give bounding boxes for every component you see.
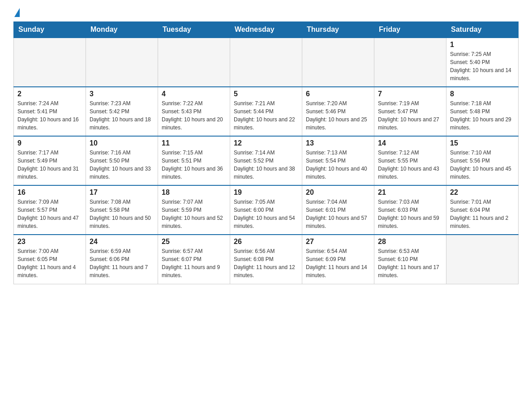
day-info: Sunrise: 7:05 AMSunset: 6:00 PMDaylight:… xyxy=(234,198,298,230)
calendar-day-cell: 22Sunrise: 7:01 AMSunset: 6:04 PMDayligh… xyxy=(446,185,519,235)
day-number: 11 xyxy=(162,139,226,147)
calendar-day-cell: 11Sunrise: 7:15 AMSunset: 5:51 PMDayligh… xyxy=(158,136,230,185)
calendar-day-cell: 23Sunrise: 7:00 AMSunset: 6:05 PMDayligh… xyxy=(14,235,86,284)
day-of-week-header: Tuesday xyxy=(158,22,230,38)
day-info: Sunrise: 7:07 AMSunset: 5:59 PMDaylight:… xyxy=(162,198,226,230)
calendar-day-cell: 15Sunrise: 7:10 AMSunset: 5:56 PMDayligh… xyxy=(446,136,519,185)
day-info: Sunrise: 7:19 AMSunset: 5:47 PMDaylight:… xyxy=(378,99,442,132)
calendar-day-cell: 9Sunrise: 7:17 AMSunset: 5:49 PMDaylight… xyxy=(14,136,86,185)
day-number: 4 xyxy=(162,90,226,98)
day-info: Sunrise: 7:23 AMSunset: 5:42 PMDaylight:… xyxy=(90,99,154,132)
day-number: 6 xyxy=(306,90,370,98)
day-of-week-header: Monday xyxy=(86,22,158,38)
day-number: 5 xyxy=(234,90,298,98)
day-number: 24 xyxy=(90,238,154,246)
day-number: 23 xyxy=(17,238,82,246)
day-number: 19 xyxy=(234,188,298,197)
day-number: 15 xyxy=(450,139,515,147)
calendar-day-cell: 6Sunrise: 7:20 AMSunset: 5:46 PMDaylight… xyxy=(302,87,374,136)
calendar-header-row: SundayMondayTuesdayWednesdayThursdayFrid… xyxy=(14,22,519,38)
day-number: 22 xyxy=(450,188,515,197)
calendar-day-cell: 19Sunrise: 7:05 AMSunset: 6:00 PMDayligh… xyxy=(230,185,302,235)
calendar-day-cell: 4Sunrise: 7:22 AMSunset: 5:43 PMDaylight… xyxy=(158,87,230,136)
day-info: Sunrise: 7:20 AMSunset: 5:46 PMDaylight:… xyxy=(306,99,370,132)
calendar-day-cell: 17Sunrise: 7:08 AMSunset: 5:58 PMDayligh… xyxy=(86,185,158,235)
day-of-week-header: Friday xyxy=(374,22,446,38)
calendar-day-cell xyxy=(374,38,446,87)
calendar-week-row: 23Sunrise: 7:00 AMSunset: 6:05 PMDayligh… xyxy=(14,235,519,284)
day-info: Sunrise: 7:14 AMSunset: 5:52 PMDaylight:… xyxy=(234,149,298,181)
day-number: 28 xyxy=(378,238,442,246)
logo-triangle-icon xyxy=(14,8,20,17)
day-number: 9 xyxy=(17,139,82,147)
day-number: 20 xyxy=(306,188,370,197)
day-info: Sunrise: 7:13 AMSunset: 5:54 PMDaylight:… xyxy=(306,149,370,181)
calendar-day-cell: 2Sunrise: 7:24 AMSunset: 5:41 PMDaylight… xyxy=(14,87,86,136)
day-info: Sunrise: 7:01 AMSunset: 6:04 PMDaylight:… xyxy=(450,198,515,230)
calendar-week-row: 16Sunrise: 7:09 AMSunset: 5:57 PMDayligh… xyxy=(14,185,519,235)
day-number: 27 xyxy=(306,238,370,246)
calendar-day-cell xyxy=(446,235,519,284)
day-number: 8 xyxy=(450,90,515,98)
day-number: 10 xyxy=(90,139,154,147)
calendar-day-cell xyxy=(230,38,302,87)
day-number: 18 xyxy=(162,188,226,197)
day-info: Sunrise: 7:10 AMSunset: 5:56 PMDaylight:… xyxy=(450,149,515,181)
day-info: Sunrise: 6:54 AMSunset: 6:09 PMDaylight:… xyxy=(306,247,370,279)
calendar-week-row: 1Sunrise: 7:25 AMSunset: 5:40 PMDaylight… xyxy=(14,38,519,87)
day-number: 17 xyxy=(90,188,154,197)
day-info: Sunrise: 7:12 AMSunset: 5:55 PMDaylight:… xyxy=(378,149,442,181)
day-info: Sunrise: 7:04 AMSunset: 6:01 PMDaylight:… xyxy=(306,198,370,230)
calendar-day-cell: 12Sunrise: 7:14 AMSunset: 5:52 PMDayligh… xyxy=(230,136,302,185)
day-number: 21 xyxy=(378,188,442,197)
day-info: Sunrise: 6:56 AMSunset: 6:08 PMDaylight:… xyxy=(234,247,298,279)
calendar-table: SundayMondayTuesdayWednesdayThursdayFrid… xyxy=(13,21,519,284)
day-number: 26 xyxy=(234,238,298,246)
calendar-day-cell: 28Sunrise: 6:53 AMSunset: 6:10 PMDayligh… xyxy=(374,235,446,284)
calendar-day-cell xyxy=(86,38,158,87)
logo xyxy=(13,9,20,17)
calendar-day-cell: 8Sunrise: 7:18 AMSunset: 5:48 PMDaylight… xyxy=(446,87,519,136)
calendar-day-cell: 1Sunrise: 7:25 AMSunset: 5:40 PMDaylight… xyxy=(446,38,519,87)
day-number: 7 xyxy=(378,90,442,98)
day-info: Sunrise: 6:59 AMSunset: 6:06 PMDaylight:… xyxy=(90,247,154,279)
day-number: 13 xyxy=(306,139,370,147)
day-number: 16 xyxy=(17,188,82,197)
day-info: Sunrise: 7:08 AMSunset: 5:58 PMDaylight:… xyxy=(90,198,154,230)
day-number: 1 xyxy=(450,41,515,49)
calendar-week-row: 2Sunrise: 7:24 AMSunset: 5:41 PMDaylight… xyxy=(14,87,519,136)
calendar-day-cell: 16Sunrise: 7:09 AMSunset: 5:57 PMDayligh… xyxy=(14,185,86,235)
page-header xyxy=(13,9,519,17)
day-info: Sunrise: 7:21 AMSunset: 5:44 PMDaylight:… xyxy=(234,99,298,132)
day-info: Sunrise: 7:24 AMSunset: 5:41 PMDaylight:… xyxy=(17,99,82,132)
day-info: Sunrise: 7:17 AMSunset: 5:49 PMDaylight:… xyxy=(17,149,82,181)
day-info: Sunrise: 6:57 AMSunset: 6:07 PMDaylight:… xyxy=(162,247,226,279)
day-info: Sunrise: 7:16 AMSunset: 5:50 PMDaylight:… xyxy=(90,149,154,181)
day-info: Sunrise: 7:22 AMSunset: 5:43 PMDaylight:… xyxy=(162,99,226,132)
calendar-day-cell: 20Sunrise: 7:04 AMSunset: 6:01 PMDayligh… xyxy=(302,185,374,235)
day-number: 3 xyxy=(90,90,154,98)
day-of-week-header: Thursday xyxy=(302,22,374,38)
day-info: Sunrise: 7:03 AMSunset: 6:03 PMDaylight:… xyxy=(378,198,442,230)
calendar-day-cell: 10Sunrise: 7:16 AMSunset: 5:50 PMDayligh… xyxy=(86,136,158,185)
calendar-day-cell xyxy=(14,38,86,87)
day-info: Sunrise: 7:15 AMSunset: 5:51 PMDaylight:… xyxy=(162,149,226,181)
calendar-day-cell: 27Sunrise: 6:54 AMSunset: 6:09 PMDayligh… xyxy=(302,235,374,284)
day-number: 14 xyxy=(378,139,442,147)
calendar-day-cell xyxy=(158,38,230,87)
day-info: Sunrise: 7:18 AMSunset: 5:48 PMDaylight:… xyxy=(450,99,515,132)
calendar-day-cell: 25Sunrise: 6:57 AMSunset: 6:07 PMDayligh… xyxy=(158,235,230,284)
calendar-week-row: 9Sunrise: 7:17 AMSunset: 5:49 PMDaylight… xyxy=(14,136,519,185)
day-info: Sunrise: 6:53 AMSunset: 6:10 PMDaylight:… xyxy=(378,247,442,279)
day-of-week-header: Wednesday xyxy=(230,22,302,38)
calendar-day-cell: 18Sunrise: 7:07 AMSunset: 5:59 PMDayligh… xyxy=(158,185,230,235)
calendar-day-cell: 21Sunrise: 7:03 AMSunset: 6:03 PMDayligh… xyxy=(374,185,446,235)
calendar-day-cell: 26Sunrise: 6:56 AMSunset: 6:08 PMDayligh… xyxy=(230,235,302,284)
calendar-day-cell: 3Sunrise: 7:23 AMSunset: 5:42 PMDaylight… xyxy=(86,87,158,136)
calendar-day-cell xyxy=(302,38,374,87)
day-of-week-header: Saturday xyxy=(446,22,519,38)
day-info: Sunrise: 7:00 AMSunset: 6:05 PMDaylight:… xyxy=(17,247,82,279)
day-number: 2 xyxy=(17,90,82,98)
calendar-day-cell: 5Sunrise: 7:21 AMSunset: 5:44 PMDaylight… xyxy=(230,87,302,136)
day-of-week-header: Sunday xyxy=(14,22,86,38)
